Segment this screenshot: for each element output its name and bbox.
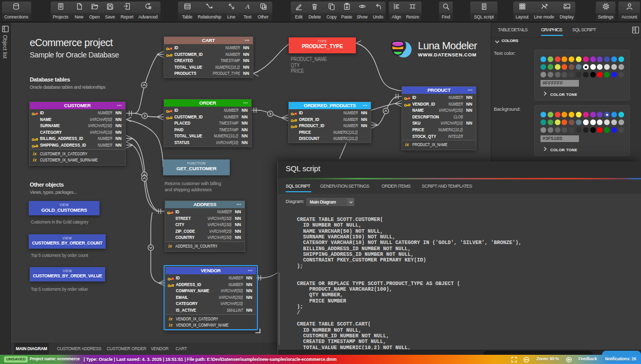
svg-text:A: A xyxy=(245,3,250,10)
